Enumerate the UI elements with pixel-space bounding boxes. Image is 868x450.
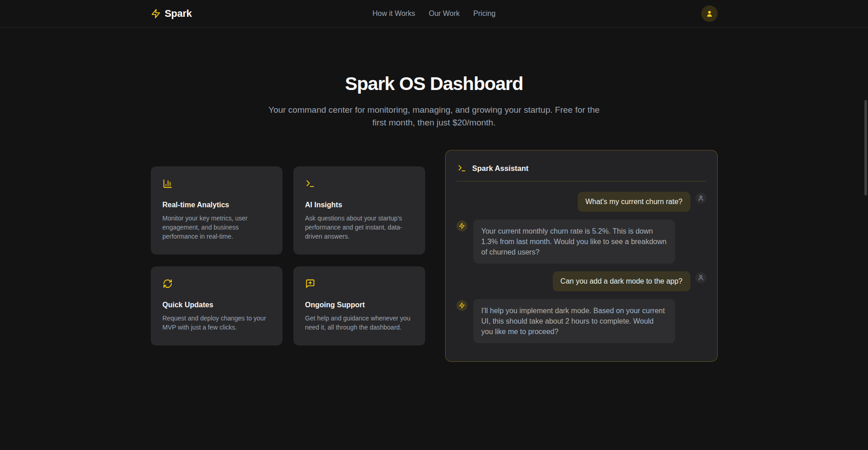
nav-container: Spark How it Works Our Work Pricing (144, 5, 725, 22)
terminal-icon (305, 179, 315, 189)
feature-card: Ongoing Support Get help and guidance wh… (293, 266, 425, 345)
content-section: Real-time Analytics Monitor your key met… (151, 150, 718, 362)
feature-title: Quick Updates (163, 301, 271, 309)
user-icon (705, 10, 714, 18)
user-avatar (695, 193, 706, 204)
feature-title: Real-time Analytics (163, 201, 271, 209)
feature-card: AI Insights Ask questions about your sta… (293, 166, 425, 255)
zap-icon (151, 9, 161, 19)
refresh-icon (163, 279, 173, 289)
hero-subtitle: Your command center for monitoring, mana… (268, 104, 600, 129)
chat-message: Your current monthly churn rate is 5.2%.… (456, 220, 706, 264)
scrollbar-thumb[interactable] (864, 100, 867, 195)
brand-logo[interactable]: Spark (151, 8, 192, 20)
assistant-panel-header: Spark Assistant (456, 161, 706, 181)
user-avatar (695, 272, 706, 283)
hero-section: Spark OS Dashboard Your command center f… (0, 73, 868, 129)
user-icon (698, 275, 704, 281)
assistant-avatar (456, 300, 467, 311)
terminal-icon (457, 164, 466, 173)
nav-link[interactable]: Our Work (429, 10, 460, 18)
main-nav: How it Works Our Work Pricing (372, 10, 496, 18)
feature-card: Quick Updates Request and deploy changes… (151, 266, 283, 345)
chat-bubble: I'll help you implement dark mode. Based… (473, 299, 675, 343)
zap-icon (459, 302, 465, 309)
message-plus-icon (305, 279, 315, 289)
page-title: Spark OS Dashboard (0, 73, 868, 95)
zap-icon (459, 223, 465, 229)
chat-messages: What's my current churn rate? Your curre… (456, 192, 706, 350)
chat-message: I'll help you implement dark mode. Based… (456, 299, 706, 343)
chat-bubble: What's my current churn rate? (578, 192, 690, 212)
feature-description: Monitor your key metrics, user engagemen… (163, 214, 271, 241)
feature-title: AI Insights (305, 201, 413, 209)
feature-description: Request and deploy changes to your MVP w… (163, 314, 271, 332)
spark-assistant-panel: Spark Assistant What's my current churn … (445, 150, 718, 362)
feature-description: Ask questions about your startup's perfo… (305, 214, 413, 241)
assistant-avatar (456, 220, 467, 231)
top-nav-bar: Spark How it Works Our Work Pricing (0, 0, 868, 28)
feature-grid: Real-time Analytics Monitor your key met… (151, 166, 425, 345)
brand-name: Spark (165, 8, 192, 20)
user-icon (698, 195, 704, 201)
bar-chart-icon (163, 179, 173, 189)
user-avatar-button[interactable] (701, 5, 718, 22)
assistant-panel-title: Spark Assistant (472, 164, 529, 173)
chat-bubble: Your current monthly churn rate is 5.2%.… (473, 220, 675, 264)
feature-title: Ongoing Support (305, 301, 413, 309)
chat-bubble: Can you add a dark mode to the app? (553, 271, 690, 291)
chat-message: Can you add a dark mode to the app? (456, 271, 706, 291)
feature-card: Real-time Analytics Monitor your key met… (151, 166, 283, 255)
nav-link[interactable]: How it Works (372, 10, 415, 18)
nav-link[interactable]: Pricing (473, 10, 496, 18)
chat-message: What's my current churn rate? (456, 192, 706, 212)
feature-description: Get help and guidance whenever you need … (305, 314, 413, 332)
